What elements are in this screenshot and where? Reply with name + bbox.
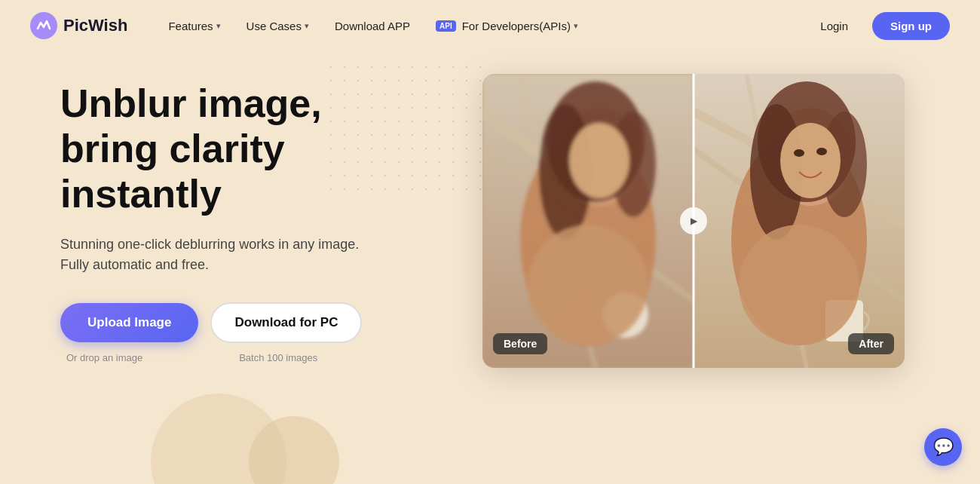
svg-point-25 <box>739 225 859 345</box>
nav-item-use-cases[interactable]: Use Cases ▾ <box>236 14 320 38</box>
divider-play-icon <box>680 207 707 234</box>
drop-hint-text: Or drop an image <box>66 352 142 363</box>
nav-developers-label: For Developers(APIs) <box>462 20 571 32</box>
headline-line3: instantly <box>60 172 222 216</box>
logo-text: PicWish <box>63 16 127 35</box>
nav-usecases-label: Use Cases <box>247 20 302 32</box>
nav-item-features[interactable]: Features ▾ <box>158 14 231 38</box>
svg-point-21 <box>780 123 841 198</box>
nav-usecases-chevron: ▾ <box>305 21 309 31</box>
headline-line1: Unblur image, <box>60 81 322 125</box>
hero-subtext: Stunning one-click deblurring works in a… <box>60 234 377 275</box>
signup-button[interactable]: Sign up <box>872 12 950 40</box>
api-badge: API <box>436 20 456 32</box>
batch-hint-text: Batch 100 images <box>239 352 317 363</box>
upload-image-button[interactable]: Upload Image <box>60 303 198 342</box>
logo-icon <box>30 12 57 39</box>
chat-button[interactable]: 💬 <box>924 428 962 466</box>
logo[interactable]: PicWish <box>30 12 127 39</box>
nav-links: Features ▾ Use Cases ▾ Download APP API … <box>158 14 808 38</box>
navbar: PicWish Features ▾ Use Cases ▾ Download … <box>0 0 980 51</box>
svg-point-22 <box>794 149 804 157</box>
svg-point-26 <box>528 225 648 345</box>
nav-item-developers[interactable]: API For Developers(APIs) ▾ <box>425 14 589 38</box>
hero-left: Unblur image, bring clarity instantly St… <box>60 66 452 363</box>
svg-point-23 <box>816 148 827 155</box>
main-content: Unblur image, bring clarity instantly St… <box>0 51 980 484</box>
chat-icon: 💬 <box>933 437 954 457</box>
hero-headline: Unblur image, bring clarity instantly <box>60 81 452 216</box>
hero-right: Before After <box>452 66 935 368</box>
nav-features-label: Features <box>168 20 213 32</box>
nav-developers-chevron: ▾ <box>574 21 578 31</box>
nav-item-download[interactable]: Download APP <box>324 14 421 38</box>
login-button[interactable]: Login <box>808 14 860 38</box>
nav-download-label: Download APP <box>335 20 410 32</box>
after-label: After <box>848 333 894 354</box>
download-for-pc-button[interactable]: Download for PC <box>210 302 362 343</box>
svg-point-11 <box>569 123 629 198</box>
image-comparison: Before After <box>482 74 905 368</box>
cta-buttons: Upload Image Download for PC <box>60 302 452 343</box>
before-label: Before <box>493 333 547 354</box>
nav-features-chevron: ▾ <box>216 21 221 31</box>
nav-auth: Login Sign up <box>808 12 950 40</box>
headline-line2: bring clarity <box>60 127 285 170</box>
